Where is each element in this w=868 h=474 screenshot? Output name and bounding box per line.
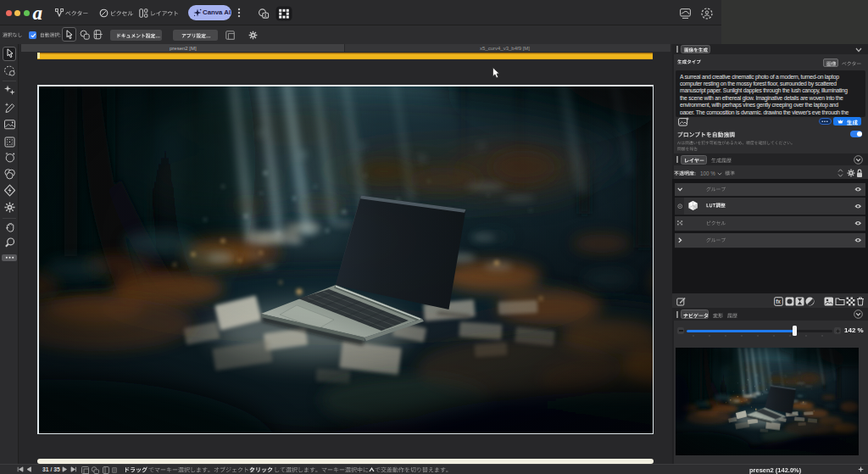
svg-text:a: a (33, 3, 43, 23)
svg-text:fx: fx (776, 298, 781, 304)
